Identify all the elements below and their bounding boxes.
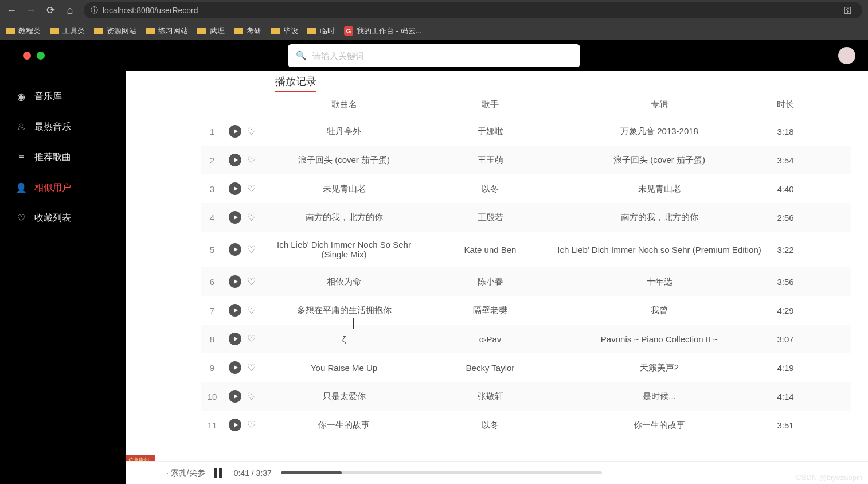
disc-icon: ◉ — [16, 92, 26, 102]
header-album: 专辑 — [556, 99, 763, 110]
back-button[interactable]: ← — [6, 5, 17, 16]
watermark: CSDN @biyezuopin — [796, 473, 862, 482]
table-row[interactable]: 6♡相依为命陈小春十年选3:56 — [201, 267, 851, 296]
folder-icon — [234, 28, 243, 34]
favorite-button[interactable]: ♡ — [247, 333, 259, 345]
album-name: 天籁美声2 — [556, 362, 763, 373]
bookmark-folder[interactable]: 临时 — [307, 26, 335, 36]
header-artist: 歌手 — [424, 99, 556, 110]
progress-bar[interactable] — [281, 471, 602, 474]
album-name: 未见青山老 — [556, 184, 763, 194]
folder-icon — [307, 28, 316, 34]
favorite-button[interactable]: ♡ — [247, 244, 259, 255]
favorite-button[interactable]: ♡ — [247, 391, 259, 402]
folder-icon — [6, 28, 15, 34]
table-row[interactable]: 11♡你一生的故事以冬你一生的故事3:51 — [201, 411, 851, 439]
sidebar-item-hot[interactable]: ♨最热音乐 — [0, 112, 126, 142]
favorite-button[interactable]: ♡ — [247, 126, 259, 137]
artist-name: Kate und Ben — [424, 245, 556, 255]
folder-icon — [197, 28, 206, 34]
search-icon: 🔍 — [296, 50, 307, 61]
search-input[interactable] — [312, 51, 572, 61]
user-icon: 👤 — [16, 183, 26, 193]
favorite-button[interactable]: ♡ — [247, 305, 259, 316]
bookmark-folder[interactable]: 毕设 — [271, 26, 298, 36]
duration: 2:56 — [763, 213, 808, 223]
play-button[interactable] — [229, 390, 241, 403]
favorite-button[interactable]: ♡ — [247, 362, 259, 373]
table-row[interactable]: 4♡南方的我，北方的你王殷若南方的我，北方的你2:56 — [201, 203, 851, 232]
play-button[interactable] — [229, 275, 241, 288]
minimize-window[interactable] — [37, 52, 45, 60]
bookmark-link[interactable]: G我的工作台 - 码云... — [344, 26, 421, 36]
sidebar-item-favorites[interactable]: ♡收藏列表 — [0, 203, 126, 233]
page-title: 播放记录 — [275, 71, 316, 92]
sidebar-item-recommend[interactable]: ≡推荐歌曲 — [0, 142, 126, 173]
table-row[interactable]: 10♡只是太爱你张敬轩是时候...4:14 — [201, 382, 851, 411]
sidebar-item-library[interactable]: ◉音乐库 — [0, 81, 126, 112]
favorite-button[interactable]: ♡ — [247, 276, 259, 287]
table-row[interactable]: 9♡You Raise Me UpBecky Taylor天籁美声24:19 — [201, 353, 851, 382]
folder-icon — [271, 28, 280, 34]
play-button[interactable] — [229, 333, 241, 345]
window-controls — [23, 52, 45, 60]
artist-name: 以冬 — [424, 184, 556, 194]
table-header: 歌曲名 歌手 专辑 时长 — [201, 92, 851, 117]
row-index: 10 — [201, 392, 224, 401]
play-button[interactable] — [229, 125, 241, 138]
play-button[interactable] — [229, 361, 241, 374]
song-name: 多想在平庸的生活拥抱你 — [264, 305, 424, 316]
bookmark-folder[interactable]: 练习网站 — [146, 26, 188, 36]
play-button[interactable] — [229, 243, 241, 256]
row-index: 5 — [201, 245, 224, 255]
row-index: 6 — [201, 277, 224, 287]
search-box[interactable]: 🔍 — [288, 44, 580, 67]
reload-button[interactable]: ⟳ — [45, 5, 56, 16]
duration: 3:18 — [763, 127, 808, 136]
favorite-button[interactable]: ♡ — [247, 212, 259, 223]
favorite-button[interactable]: ♡ — [247, 154, 259, 166]
song-name: Ich Lieb' Dich Immer Noch So Sehr (Singl… — [264, 240, 424, 259]
duration: 3:07 — [763, 334, 808, 344]
header-duration: 时长 — [763, 99, 808, 110]
album-name: 你一生的故事 — [556, 420, 763, 431]
play-button[interactable] — [229, 182, 241, 195]
play-button[interactable] — [229, 211, 241, 224]
bookmark-folder[interactable]: 考研 — [234, 26, 261, 36]
table-row[interactable]: 1♡牡丹亭外于娜啦万象凡音 2013-20183:18 — [201, 117, 851, 146]
player-bar: · 索扎/尖参 0:41 / 3:37 — [126, 461, 868, 484]
song-name: 牡丹亭外 — [264, 126, 424, 137]
table-row[interactable]: 2♡浪子回头 (cover 茄子蛋)王玉萌浪子回头 (cover 茄子蛋)3:5… — [201, 146, 851, 174]
table-row[interactable]: 3♡未见青山老以冬未见青山老4:40 — [201, 174, 851, 203]
sidebar-item-similar-users[interactable]: 👤相似用户 — [0, 173, 126, 203]
album-name: 万象凡音 2013-2018 — [556, 126, 763, 137]
close-window[interactable] — [23, 52, 31, 60]
play-button[interactable] — [229, 419, 241, 431]
artist-name: 王殷若 — [424, 212, 556, 223]
folder-icon — [146, 28, 155, 34]
row-index: 8 — [201, 334, 224, 344]
duration: 3:51 — [763, 420, 808, 430]
favorite-button[interactable]: ♡ — [247, 419, 259, 431]
table-row[interactable]: 8♡ζα·PavPavonis ~ Piano Collection II ~3… — [201, 325, 851, 353]
play-button[interactable] — [229, 154, 241, 166]
home-button[interactable]: ⌂ — [64, 5, 76, 16]
table-row[interactable]: 5♡Ich Lieb' Dich Immer Noch So Sehr (Sin… — [201, 232, 851, 267]
artist-name: 于娜啦 — [424, 126, 556, 137]
favorite-button[interactable]: ♡ — [247, 183, 259, 194]
url-bar[interactable]: ⓘ localhost:8080/userRecord ⚿ — [84, 2, 862, 18]
bookmark-folder[interactable]: 资源网站 — [94, 26, 136, 36]
bookmark-folder[interactable]: 武理 — [197, 26, 225, 36]
bookmark-folder[interactable]: 教程类 — [6, 26, 41, 36]
album-name: Ich Lieb' Dich Immer Noch so Sehr (Premi… — [556, 245, 763, 255]
artist-name: Becky Taylor — [424, 363, 556, 373]
duration: 4:29 — [763, 306, 808, 315]
key-icon[interactable]: ⚿ — [844, 6, 852, 15]
pause-button[interactable] — [214, 468, 225, 478]
user-avatar[interactable] — [838, 47, 855, 64]
forward-button[interactable]: → — [25, 5, 37, 16]
album-name: 十年选 — [556, 276, 763, 287]
play-button[interactable] — [229, 304, 241, 317]
bookmark-folder[interactable]: 工具类 — [50, 26, 85, 36]
table-row[interactable]: 7♡多想在平庸的生活拥抱你隔壁老樊我曾4:29 — [201, 296, 851, 325]
